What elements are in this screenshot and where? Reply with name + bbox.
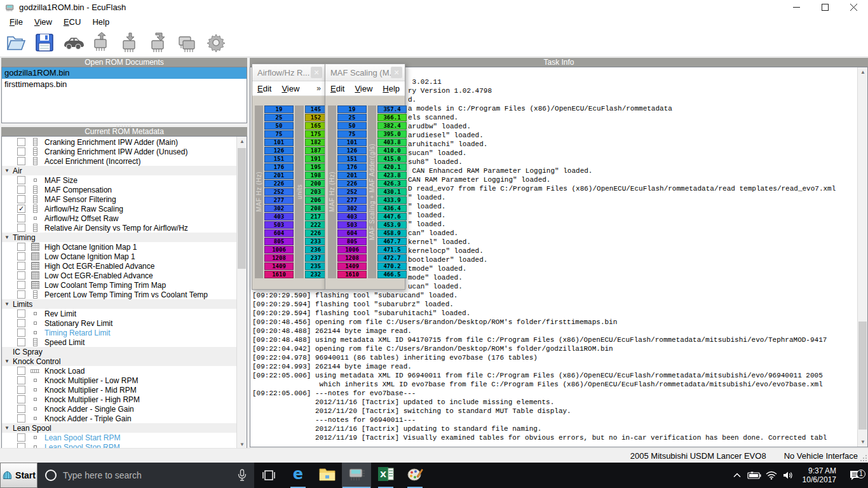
menu-view[interactable]: View xyxy=(276,83,304,94)
maf-hz-cell[interactable]: 302 xyxy=(337,205,367,212)
maf-hz-cell[interactable]: 604 xyxy=(264,229,294,237)
tree-item[interactable]: Stationary Rev Limit xyxy=(2,318,236,328)
value-cell[interactable]: 436.4 xyxy=(377,205,407,212)
maf-hz-cell[interactable]: 503 xyxy=(337,221,367,229)
tree-item[interactable]: Low Octane Ignition Map 1 xyxy=(2,252,236,261)
value-cell[interactable]: 217 xyxy=(305,213,327,220)
taskbar-app-excel[interactable]: X xyxy=(371,463,400,488)
maf-hz-cell[interactable]: 126 xyxy=(264,147,294,154)
maf-hz-cell[interactable]: 50 xyxy=(337,122,367,130)
maf-hz-cell[interactable]: 252 xyxy=(337,188,367,196)
checkbox[interactable] xyxy=(17,367,25,375)
menu-edit[interactable]: Edit xyxy=(325,83,349,94)
save-rom-icon[interactable] xyxy=(32,31,56,55)
value-cell[interactable]: 458.9 xyxy=(377,229,407,237)
close-icon[interactable]: ✕ xyxy=(311,67,322,78)
tree-item[interactable]: MAF Compensation xyxy=(2,185,236,194)
action-center-button[interactable]: 1 xyxy=(843,470,868,481)
value-cell[interactable]: 470.2 xyxy=(377,262,407,270)
checkbox[interactable] xyxy=(17,157,25,165)
rom-file-item[interactable]: firsttimemaps.bin xyxy=(2,79,247,90)
scrollbar-thumb[interactable] xyxy=(858,322,867,430)
maf-hz-cell[interactable]: 1208 xyxy=(264,254,294,262)
maf-hz-cell[interactable]: 25 xyxy=(264,114,294,121)
value-cell[interactable]: 191 xyxy=(305,155,327,163)
tree-category-air[interactable]: ▼Air xyxy=(2,166,236,175)
start-button[interactable]: Start xyxy=(0,463,37,488)
checkbox[interactable] xyxy=(17,214,25,222)
scroll-down-icon[interactable]: ▼ xyxy=(858,437,868,447)
checkbox[interactable] xyxy=(17,176,25,184)
maf-hz-cell[interactable]: 201 xyxy=(337,172,367,179)
vehicle-icon[interactable] xyxy=(61,31,85,55)
scrollbar-thumb[interactable] xyxy=(238,148,246,269)
maf-hz-cell[interactable]: 403 xyxy=(337,213,367,220)
maf-hz-cell[interactable]: 1409 xyxy=(337,262,367,270)
maf-hz-cell[interactable]: 19 xyxy=(264,105,294,113)
menu-overflow-icon[interactable]: » xyxy=(316,84,325,93)
tree-item[interactable]: Knock Multiplier - Low RPM xyxy=(2,376,236,385)
task-info-vscrollbar[interactable]: ▲ ▼ xyxy=(857,67,867,447)
tree-item[interactable]: Low Coolant Temp Timing Trim Map xyxy=(2,280,236,290)
tree-category-limits[interactable]: ▼Limits xyxy=(2,299,236,309)
microphone-icon[interactable] xyxy=(238,469,247,482)
rom-file-item[interactable]: godzilla1ROM.bin xyxy=(2,67,247,79)
checkbox[interactable] xyxy=(17,243,25,251)
tree-item[interactable]: Lean Spool Start RPM xyxy=(2,433,236,442)
value-cell[interactable]: 471.5 xyxy=(377,246,407,254)
value-cell[interactable]: 187 xyxy=(305,147,327,154)
checkbox[interactable] xyxy=(17,281,25,289)
value-cell[interactable]: 433.9 xyxy=(377,196,407,204)
checkbox[interactable] xyxy=(17,262,25,270)
taskbar-clock[interactable]: 9:37 AM 10/6/2017 xyxy=(803,466,836,484)
value-cell[interactable]: 233 xyxy=(305,238,327,245)
tree-category-knock-control[interactable]: ▼Knock Control xyxy=(2,356,236,366)
tree-item[interactable]: Knock Load xyxy=(2,366,236,376)
maf-hz-cell[interactable]: 151 xyxy=(337,155,367,163)
minimize-button[interactable] xyxy=(782,0,811,15)
value-cell[interactable]: 200 xyxy=(305,180,327,187)
task-view-button[interactable] xyxy=(254,463,283,488)
taskbar-app-edge[interactable]: e xyxy=(283,463,313,488)
maf-hz-cell[interactable]: 151 xyxy=(264,155,294,163)
checkbox[interactable] xyxy=(17,319,25,327)
checkbox[interactable] xyxy=(17,376,25,384)
maf-hz-cell[interactable]: 277 xyxy=(337,196,367,204)
taskbar-app-file-explorer[interactable] xyxy=(313,463,342,488)
checkbox[interactable] xyxy=(17,186,25,194)
checkbox[interactable] xyxy=(17,405,25,413)
tree-item[interactable]: Knock Adder - Triple Gain xyxy=(2,414,236,423)
maf-hz-cell[interactable]: 101 xyxy=(264,139,294,146)
maf-hz-cell[interactable]: 226 xyxy=(337,180,367,187)
maf-hz-cell[interactable]: 50 xyxy=(264,122,294,130)
value-cell[interactable]: 182 xyxy=(305,139,327,146)
menu-file[interactable]: File xyxy=(4,16,29,28)
maf-hz-cell[interactable]: 75 xyxy=(264,130,294,138)
chevron-up-icon[interactable] xyxy=(729,473,746,478)
tree-item[interactable]: Cranking Enrichment IPW Adder (Main) xyxy=(2,137,236,147)
tree-category-timing[interactable]: ▼Timing xyxy=(2,233,236,242)
maf-hz-cell[interactable]: 126 xyxy=(337,147,367,154)
checkbox[interactable] xyxy=(17,433,25,442)
maximize-button[interactable] xyxy=(811,0,839,15)
checkbox[interactable] xyxy=(17,329,25,337)
maf-hz-cell[interactable]: 503 xyxy=(264,221,294,229)
expand-arrow-icon[interactable]: ▼ xyxy=(4,358,13,364)
value-cell[interactable]: 208 xyxy=(305,205,327,212)
checkbox[interactable] xyxy=(17,147,25,156)
child-window-titlebar[interactable]: Airflow/Hz R... ✕ xyxy=(252,64,325,81)
checkbox[interactable] xyxy=(17,386,25,394)
value-cell[interactable]: 453.9 xyxy=(377,221,407,229)
close-icon[interactable]: ✕ xyxy=(391,67,402,78)
checkbox[interactable] xyxy=(17,290,25,299)
maf-hz-cell[interactable]: 252 xyxy=(264,188,294,196)
maf-hz-cell[interactable]: 1006 xyxy=(264,246,294,254)
value-cell[interactable]: 226 xyxy=(305,229,327,237)
checkbox[interactable] xyxy=(17,138,25,146)
scroll-up-icon[interactable]: ▲ xyxy=(237,137,247,146)
wifi-icon[interactable] xyxy=(763,471,780,480)
value-cell[interactable]: 430.1 xyxy=(377,188,407,196)
tree-item[interactable]: Relative Air Density vs Temp for Airflow… xyxy=(2,223,236,233)
battery-icon[interactable] xyxy=(746,471,763,479)
value-cell[interactable]: 426.3 xyxy=(377,180,407,187)
